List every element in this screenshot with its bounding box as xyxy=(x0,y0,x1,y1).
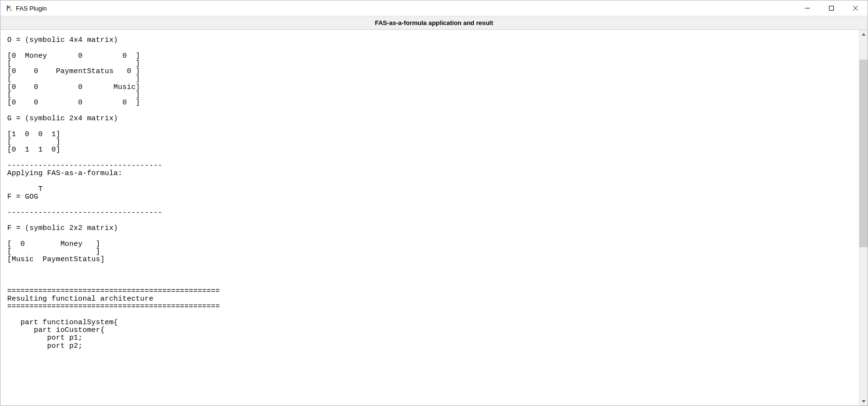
close-button[interactable] xyxy=(843,0,868,16)
app-icon xyxy=(5,4,13,12)
titlebar: FAS Plugin xyxy=(0,0,868,16)
maximize-button[interactable] xyxy=(819,0,843,16)
output-text[interactable]: O = (symbolic 4x4 matrix) [0 Money 0 0 ]… xyxy=(0,30,859,406)
scrollbar-arrow-down-icon[interactable] xyxy=(859,397,868,406)
window-title: FAS Plugin xyxy=(16,5,47,12)
scrollbar-thumb[interactable] xyxy=(859,60,868,247)
scrollbar-track-inner[interactable] xyxy=(859,38,868,397)
minimize-button[interactable] xyxy=(795,0,819,16)
scrollbar-arrow-up-icon[interactable] xyxy=(859,30,868,38)
page-title: FAS-as-a-formula application and result xyxy=(375,19,493,26)
scrollbar-vertical[interactable] xyxy=(859,30,868,406)
header-bar: FAS-as-a-formula application and result xyxy=(0,16,868,30)
content-wrapper: O = (symbolic 4x4 matrix) [0 Money 0 0 ]… xyxy=(0,30,868,406)
svg-rect-1 xyxy=(829,6,834,11)
